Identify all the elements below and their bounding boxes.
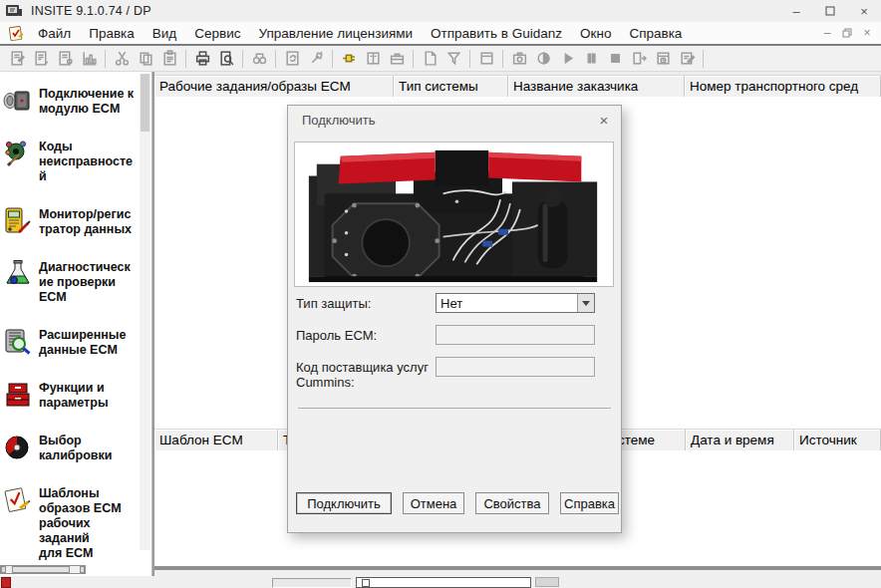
app-icon	[5, 4, 23, 19]
workorder-new-icon[interactable]	[5, 48, 29, 70]
workorder-manager-icon[interactable]	[53, 48, 77, 70]
paste-icon[interactable]	[157, 48, 181, 70]
status-panel-small	[535, 577, 559, 587]
column-header-customer-name[interactable]: Название заказчика	[508, 76, 685, 98]
connect-plug-icon[interactable]	[337, 48, 361, 70]
cummins-service-code-input[interactable]	[436, 357, 595, 377]
periodic-monitor-icon[interactable]	[1, 577, 11, 588]
chevron-down-icon[interactable]	[577, 294, 594, 312]
ecm-password-input[interactable]	[436, 325, 595, 345]
status-panel	[272, 578, 352, 588]
menu-send-to-guidanz[interactable]: Отправить в Guidanz	[422, 24, 571, 43]
dialog-title: Подключить	[302, 113, 376, 128]
sidebar-vertical-scrollbar[interactable]	[140, 74, 150, 550]
menu-file[interactable]: Файл	[29, 24, 80, 43]
sidebar-item-advanced-data[interactable]: Расширенные данные ECM	[2, 326, 138, 358]
sidebar-item-templates[interactable]: Шаблоны образов ECM рабочих заданий для …	[2, 484, 138, 561]
connect-button[interactable]: Подключить	[296, 492, 392, 514]
column-header-vehicle-number[interactable]: Номер транспортного сред	[685, 76, 881, 98]
sidebar-item-diagnostic-tests[interactable]: Диагностическ ие проверки ECM	[2, 258, 138, 305]
cummins-service-code-label: Код поставщика услуг Cummins:	[296, 357, 436, 390]
window-title: INSITE 9.1.0.74 / DP	[31, 4, 151, 18]
sidebar-item-label: Монитор/регис тратор данных	[39, 205, 132, 237]
chart-icon[interactable]	[77, 48, 101, 70]
reset-tool-icon[interactable]	[304, 48, 328, 70]
sidebar-item-calibration[interactable]: Выбор калибровки	[2, 432, 138, 463]
document-icon	[8, 25, 25, 42]
refresh-icon[interactable]	[280, 48, 304, 70]
sidebar-item-label: Шаблоны образов ECM рабочих заданий для …	[39, 484, 122, 561]
print-icon[interactable]	[190, 48, 214, 70]
print-preview-icon[interactable]	[214, 48, 238, 70]
status-record-option[interactable]	[356, 577, 531, 588]
stop-icon[interactable]	[603, 48, 627, 70]
pause-icon[interactable]	[579, 48, 603, 70]
record-icon[interactable]	[531, 48, 555, 70]
menu-license-management[interactable]: Управление лицензиями	[249, 24, 422, 43]
dialog-close-icon[interactable]: ×	[587, 106, 621, 134]
snapshot-icon[interactable]	[507, 48, 531, 70]
menu-view[interactable]: Вид	[144, 24, 185, 43]
pane-bottom-divider	[154, 566, 881, 570]
filter-icon[interactable]	[441, 48, 465, 70]
column-header-source[interactable]: Источник	[794, 430, 881, 451]
maximize-button[interactable]	[813, 0, 847, 22]
template-page-icon[interactable]	[418, 48, 441, 70]
minimize-button[interactable]: –	[779, 0, 813, 22]
properties-button[interactable]: Свойства	[475, 492, 549, 514]
connect-dialog: Подключить ×	[287, 105, 622, 533]
play-icon[interactable]	[555, 48, 579, 70]
toolbox-icon[interactable]	[385, 48, 409, 70]
mdi-close-button[interactable]: ×	[857, 24, 877, 42]
sidebar-item-label: Расширенные данные ECM	[39, 326, 127, 358]
insite-window: INSITE 9.1.0.74 / DP – × Файл Правка Вид…	[0, 0, 881, 588]
security-type-value: Нет	[437, 294, 577, 312]
new-window-icon[interactable]	[474, 48, 498, 70]
engine-image	[294, 142, 614, 287]
toolbar	[0, 46, 881, 72]
search-icon[interactable]	[247, 48, 271, 70]
menu-service[interactable]: Сервис	[185, 24, 249, 43]
edit-notes-icon[interactable]	[675, 48, 699, 70]
column-header-ecm-template[interactable]: Шаблон ECM	[154, 430, 278, 451]
sidebar-item-ecm-connect[interactable]: Подключение к модулю ECM	[2, 85, 138, 117]
mdi-restore-button[interactable]	[837, 24, 857, 42]
workorder-open-icon[interactable]	[29, 48, 53, 70]
sidebar-item-label: Выбор калибровки	[39, 432, 112, 463]
sidebar: Подключение к модулю ECM Коды неисправно…	[0, 72, 152, 576]
menubar: Файл Правка Вид Сервис Управление лиценз…	[0, 22, 881, 46]
column-header-system-type[interactable]: Тип системы	[394, 76, 508, 98]
ecm-password-label: Пароль ECM:	[296, 325, 436, 343]
close-button[interactable]: ×	[847, 0, 881, 22]
dialog-separator	[298, 408, 611, 409]
security-type-dropdown[interactable]: Нет	[436, 293, 595, 313]
fault-codes-icon	[2, 138, 34, 169]
menu-edit[interactable]: Правка	[80, 24, 144, 43]
cancel-button[interactable]: Отмена	[403, 492, 464, 514]
ecm-connect-icon	[2, 85, 34, 117]
mdi-minimize-button[interactable]: –	[817, 24, 837, 42]
diagnostic-tests-icon	[2, 258, 34, 290]
checkbox-icon[interactable]	[362, 579, 370, 587]
column-header-workorders[interactable]: Рабочие задания/образы ECM	[154, 76, 394, 98]
copy-icon[interactable]	[134, 48, 157, 70]
sidebar-item-features-params[interactable]: Функции и параметры	[2, 379, 138, 411]
help-button[interactable]: Справка	[560, 492, 619, 514]
dialog-titlebar[interactable]: Подключить ×	[288, 106, 621, 134]
column-header-date-time[interactable]: Дата и время	[686, 430, 794, 451]
titlebar: INSITE 9.1.0.74 / DP – ×	[0, 0, 881, 22]
sidebar-item-fault-codes[interactable]: Коды неисправносте й	[2, 138, 138, 184]
sidebar-horizontal-scrollbar[interactable]	[0, 565, 86, 574]
menu-window[interactable]: Окно	[571, 24, 620, 43]
status-bar	[0, 576, 881, 588]
sidebar-item-label: Функции и параметры	[39, 379, 109, 411]
menu-help[interactable]: Справка	[620, 24, 691, 43]
scheduler-icon[interactable]	[651, 48, 675, 70]
ecm-images-icon[interactable]	[361, 48, 385, 70]
sidebar-item-data-logger[interactable]: Монитор/регис тратор данных	[2, 205, 138, 237]
workorders-table-header: Рабочие задания/образы ECM Тип системы Н…	[154, 75, 881, 97]
advanced-data-icon	[2, 326, 34, 358]
disconnect-icon[interactable]	[627, 48, 651, 70]
cut-icon[interactable]	[110, 48, 134, 70]
features-params-icon	[2, 379, 34, 411]
